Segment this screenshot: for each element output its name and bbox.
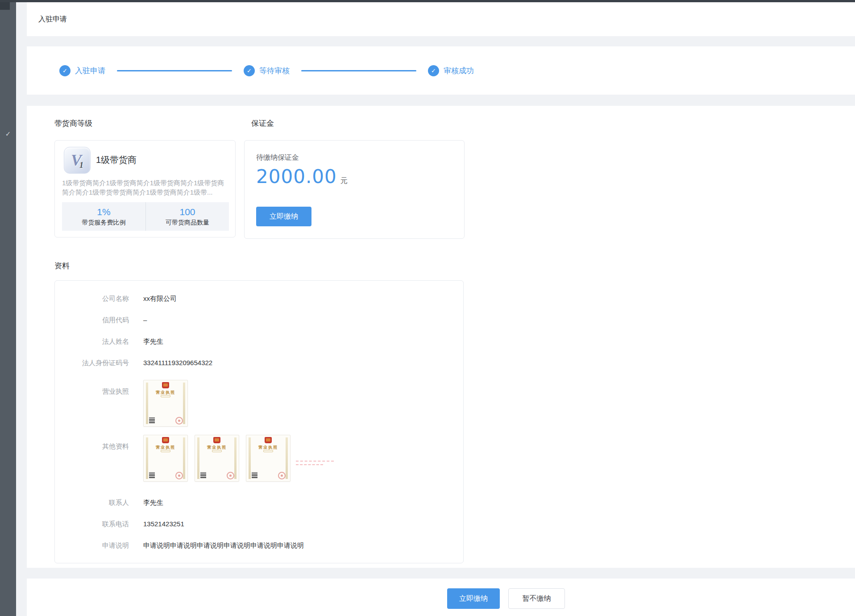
red-seal-icon (278, 472, 286, 479)
license-doc-subtitle-mark (263, 450, 273, 452)
profile-card: 公司名称 xx有限公司 信用代码 – 法人姓名 李先生 法人身份证码号 3324… (54, 280, 464, 563)
check-circle-icon: ✓ (244, 65, 255, 76)
license-doc-subtitle-mark (212, 450, 222, 452)
field-label: 营业执照 (55, 380, 129, 427)
step-label: 入驻申请 (75, 66, 105, 76)
license-border-band (234, 437, 237, 479)
faint-red-text-artifact (296, 461, 334, 468)
level-name: 1级带货商 (96, 154, 137, 166)
page-title: 入驻申请 (38, 15, 67, 24)
national-emblem-icon (213, 437, 220, 443)
license-border-band (146, 383, 148, 424)
field-label: 公司名称 (55, 294, 129, 303)
license-thumbnail[interactable]: 营业执照 (143, 435, 188, 482)
qr-code-icon (200, 472, 206, 478)
field-row-legal-name: 法人姓名 李先生 (55, 337, 463, 346)
license-border-band (146, 437, 148, 479)
stat-service-fee: 1% 带货服务费比例 (62, 202, 145, 231)
stat-value: 1% (97, 207, 110, 217)
field-label: 其他资料 (55, 435, 129, 482)
red-seal-icon (175, 472, 183, 479)
field-row-phone: 联系电话 13521423251 (55, 520, 463, 529)
field-label: 申请说明 (55, 541, 129, 550)
deposit-pending-label: 待缴纳保证金 (256, 153, 299, 162)
step-review: ✓ 等待审核 (244, 65, 290, 76)
qr-code-icon (149, 472, 155, 478)
field-label: 法人姓名 (55, 337, 129, 346)
level-v1-badge-icon: V 1 (64, 147, 91, 174)
field-value: 13521423251 (143, 520, 184, 529)
check-circle-icon: ✓ (59, 65, 71, 76)
deposit-card: 待缴纳保证金 2000.00 元 立即缴纳 (244, 140, 465, 239)
pay-now-button[interactable]: 立即缴纳 (447, 588, 500, 609)
level-stats-row: 1% 带货服务费比例 100 可带货商品数量 (62, 202, 229, 231)
deposit-currency: 元 (340, 176, 348, 186)
other-docs-image-list: 营业执照 营业执照 (143, 435, 334, 482)
field-row-contact: 联系人 李先生 (55, 498, 463, 507)
field-value: 李先生 (143, 337, 163, 346)
merchant-apply-page: ✓ 入驻申请 ✓ 入驻申请 ✓ 等待审核 ✓ 审核成功 带货商等级 V (0, 0, 855, 616)
field-row-other-docs: 其他资料 营业执照 (55, 435, 463, 482)
stat-label: 带货服务费比例 (82, 219, 126, 227)
level-description: 1级带货商简介1级带货商简介1级带货商简介1级带货商简介简介1级带货带货商简介1… (62, 178, 230, 197)
step-connector (117, 70, 232, 71)
license-border-band (286, 437, 288, 479)
collapsed-sidebar[interactable]: ✓ (0, 0, 16, 616)
pay-now-button[interactable]: 立即缴纳 (256, 207, 311, 226)
qr-code-icon (149, 417, 155, 423)
red-seal-icon (175, 417, 183, 425)
step-connector (301, 70, 416, 71)
license-thumbnail[interactable]: 营业执照 (246, 435, 291, 482)
step-success: ✓ 审核成功 (428, 65, 474, 76)
license-thumbnail[interactable]: 营业执照 (195, 435, 239, 482)
step-apply: ✓ 入驻申请 (59, 65, 105, 76)
field-row-business-license: 营业执照 营业执照 (55, 380, 463, 427)
red-seal-icon (227, 472, 234, 479)
level-section-heading: 带货商等级 (54, 118, 92, 129)
deposit-section-heading: 保证金 (251, 118, 274, 129)
top-border-strip (0, 0, 855, 2)
license-border-band (249, 437, 251, 479)
qr-code-icon (252, 472, 257, 478)
field-value: 3324111193209654322 (143, 358, 212, 367)
stat-label: 可带货商品数量 (166, 219, 209, 227)
field-row-credit-code: 信用代码 – (55, 316, 463, 325)
stat-value: 100 (179, 207, 195, 217)
seller-level-card: V 1 1级带货商 1级带货商简介1级带货商简介1级带货商简介1级带货商简介简介… (54, 140, 236, 237)
footer-action-bar: 立即缴纳 暂不缴纳 (27, 579, 855, 616)
step-label: 审核成功 (444, 66, 474, 76)
stepper: ✓ 入驻申请 ✓ 等待审核 ✓ 审核成功 (27, 46, 855, 95)
license-thumbnail[interactable]: 营业执照 (143, 380, 188, 427)
stepper-panel: ✓ 入驻申请 ✓ 等待审核 ✓ 审核成功 (27, 46, 855, 95)
license-border-band (183, 437, 185, 479)
field-label: 联系电话 (55, 520, 129, 529)
deposit-amount-row: 2000.00 元 (256, 166, 348, 187)
license-doc-subtitle-mark (161, 450, 170, 452)
deposit-amount: 2000.00 (256, 166, 337, 187)
license-doc-subtitle-mark (161, 395, 170, 397)
license-border-band (183, 383, 185, 424)
step-label: 等待审核 (259, 66, 290, 76)
field-value: 李先生 (143, 498, 163, 507)
sidebar-check-icon[interactable]: ✓ (2, 129, 14, 139)
field-value: xx有限公司 (143, 294, 177, 303)
page-header: 入驻申请 (27, 2, 855, 36)
national-emblem-icon (162, 382, 169, 388)
license-image-list: 营业执照 (143, 380, 188, 427)
badge-number: 1 (79, 161, 83, 169)
license-border-band (197, 437, 199, 479)
stat-product-quota: 100 可带货商品数量 (145, 202, 229, 231)
field-label: 信用代码 (55, 316, 129, 325)
field-label: 法人身份证码号 (55, 358, 129, 367)
national-emblem-icon (162, 437, 169, 443)
pay-later-button[interactable]: 暂不缴纳 (508, 588, 565, 609)
national-emblem-icon (265, 437, 272, 443)
field-row-apply-note: 申请说明 申请说明申请说明申请说明申请说明申请说明申请说明 (55, 541, 463, 550)
profile-section-heading: 资料 (54, 261, 70, 271)
check-circle-icon: ✓ (428, 65, 439, 76)
field-label: 联系人 (55, 498, 129, 507)
field-value: – (143, 316, 147, 325)
field-row-legal-id: 法人身份证码号 3324111193209654322 (55, 358, 463, 367)
main-panel: 带货商等级 V 1 1级带货商 1级带货商简介1级带货商简介1级带货商简介1级带… (27, 106, 855, 568)
field-row-company: 公司名称 xx有限公司 (55, 294, 463, 303)
